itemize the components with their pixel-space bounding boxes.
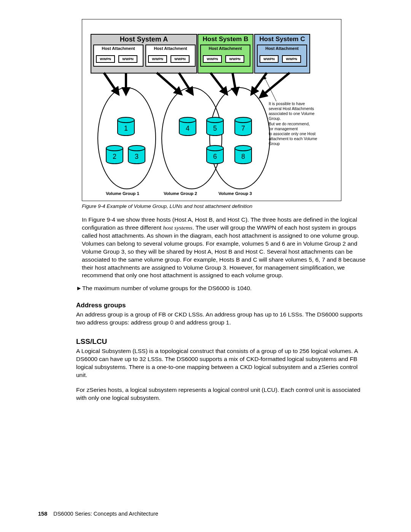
document-page: Host System A Host Attachment WWPN WWPN … bbox=[0, 0, 411, 532]
volume-cylinder-8: 8 bbox=[234, 145, 252, 164]
paragraph-4: For zSeries hosts, a logical subsystem r… bbox=[76, 386, 369, 402]
paragraph-2: An address group is a group of FB or CKD… bbox=[76, 311, 369, 327]
host-a-title: Host System A bbox=[91, 35, 196, 43]
heading-lss-lcu: LSS/LCU bbox=[76, 337, 373, 346]
volume-cylinder-2: 2 bbox=[106, 145, 123, 164]
wwpn: WWPN bbox=[225, 55, 244, 63]
figure-note: It is possible to have several Host Atta… bbox=[269, 101, 337, 146]
volume-cylinder-6: 6 bbox=[206, 145, 224, 164]
wwpn: WWPN bbox=[170, 55, 190, 63]
wwpn: WWPN bbox=[260, 55, 279, 63]
host-a-attach-1: Host Attachment WWPN WWPN bbox=[93, 45, 143, 67]
wwpn: WWPN bbox=[203, 55, 222, 63]
host-a-attach-2: Host Attachment WWPN WWPN bbox=[145, 45, 196, 67]
attach-label: Host Attachment bbox=[201, 46, 250, 51]
host-c-attach-1: Host Attachment WWPN WWPN bbox=[257, 45, 307, 67]
host-b-title: Host System B bbox=[198, 35, 253, 43]
wwpn: WWPN bbox=[148, 55, 167, 63]
volume-cylinder-3: 3 bbox=[128, 145, 145, 164]
paragraph-3: A Logical Subsystem (LSS) is a topologic… bbox=[76, 347, 369, 379]
attach-label: Host Attachment bbox=[94, 46, 143, 51]
svg-line-4 bbox=[157, 73, 181, 94]
volume-cylinder-4: 4 bbox=[179, 117, 196, 136]
host-system-c: Host System C Host Attachment WWPN WWPN bbox=[254, 34, 310, 73]
page-footer: 158DS6000 Series: Concepts and Architect… bbox=[38, 511, 158, 517]
host-c-title: Host System C bbox=[255, 35, 309, 43]
vg1-label: Volume Group 1 bbox=[106, 191, 139, 196]
figure-box: Host System A Host Attachment WWPN WWPN … bbox=[82, 19, 341, 201]
footer-title: DS6000 Series: Concepts and Architecture bbox=[53, 511, 158, 517]
wwpn: WWPN bbox=[282, 55, 301, 63]
svg-line-6 bbox=[210, 73, 227, 94]
svg-line-8 bbox=[252, 73, 267, 94]
bullet-item: ► The maximum number of volume groups fo… bbox=[76, 285, 373, 292]
host-system-a: Host System A Host Attachment WWPN WWPN … bbox=[91, 34, 197, 73]
wwpn: WWPN bbox=[96, 55, 115, 63]
bullet-text: The maximum number of volume groups for … bbox=[82, 285, 252, 292]
heading-address-groups: Address groups bbox=[76, 302, 373, 309]
svg-line-10 bbox=[264, 77, 276, 101]
volume-cylinder-5: 5 bbox=[206, 117, 224, 136]
attach-label: Host Attachment bbox=[258, 46, 306, 51]
host-b-attach-1: Host Attachment WWPN WWPN bbox=[200, 45, 250, 67]
wwpn: WWPN bbox=[118, 55, 137, 63]
page-number: 158 bbox=[38, 511, 47, 517]
paragraph-1: In Figure 9-4 we show three hosts (Host … bbox=[82, 216, 369, 280]
volume-group-3-ellipse bbox=[209, 87, 270, 189]
svg-line-9 bbox=[260, 73, 290, 97]
bullet-marker-icon: ► bbox=[76, 285, 82, 292]
volume-cylinder-7: 7 bbox=[234, 117, 252, 136]
figure-caption: Figure 9-4 Example of Volume Group, LUNs… bbox=[82, 203, 341, 209]
host-system-b: Host System B Host Attachment WWPN WWPN bbox=[198, 34, 253, 73]
figure-container: Host System A Host Attachment WWPN WWPN … bbox=[82, 19, 341, 209]
vg2-label: Volume Group 2 bbox=[164, 191, 197, 196]
attach-label: Host Attachment bbox=[146, 46, 195, 51]
volume-cylinder-1: 1 bbox=[117, 117, 135, 136]
vg3-label: Volume Group 3 bbox=[218, 191, 252, 196]
volume-group-1-ellipse bbox=[97, 87, 156, 189]
